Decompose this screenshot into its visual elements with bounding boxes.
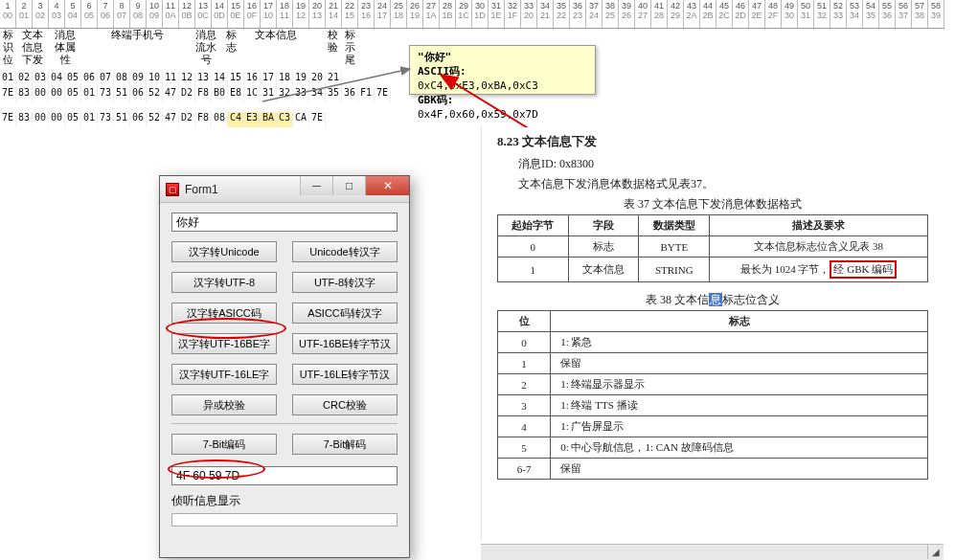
doc-msgid: 消息ID: 0x8300 [518, 156, 928, 172]
convert-button[interactable]: 异或校验 [171, 394, 277, 415]
doc-intro: 文本信息下发消息体数据格式见表37。 [518, 176, 928, 192]
table-header-cell: 标志 [551, 311, 928, 332]
ruler-col: 462D [733, 0, 749, 28]
field-label: 文本信息 [243, 29, 308, 41]
hex-byte-cell: 19 [293, 72, 309, 87]
convert-button[interactable]: 7-Bit编码 [171, 434, 277, 455]
ruler-col: 2417 [375, 0, 391, 28]
table-row: 6-7保留 [498, 459, 928, 480]
ruler-col: 100 [0, 0, 16, 28]
field-label: 标 识 位 [0, 29, 16, 66]
hex-byte-cell: 47 [163, 112, 179, 127]
encoding-button-grid: 7-Bit编码7-Bit解码 [171, 434, 398, 455]
listen-label: 侦听信息显示 [171, 493, 398, 509]
table-cell: 文本信息标志位含义见表 38 [710, 236, 928, 258]
hex-byte-cell: 52 [147, 112, 163, 127]
table-cell: 1: 广告屏显示 [551, 416, 928, 437]
ruler-col: 3421 [537, 0, 554, 28]
hex-byte-cell: 00 [49, 112, 65, 127]
ruler-col: 5132 [814, 0, 830, 28]
ruler-col: 3825 [603, 0, 619, 28]
ruler-col: 5233 [830, 0, 847, 28]
convert-button[interactable]: UTF-16BE转字节汉 [292, 333, 398, 354]
hex-byte-cell: 01 [81, 87, 98, 102]
hex-byte-cell: F8 [195, 87, 212, 102]
hex-byte-cell: 51 [114, 87, 130, 102]
convert-button[interactable]: 汉字转UTF-16LE字 [171, 364, 277, 385]
table-header-cell: 数据类型 [639, 215, 710, 236]
hex-byte-cell: 47 [163, 87, 179, 102]
hex-byte-cell: 05 [65, 72, 81, 87]
hex-byte-cell: 11 [163, 72, 179, 87]
hex-byte-cell: 7E [309, 112, 326, 127]
ruler-col: 302 [33, 0, 49, 28]
ruler-col: 3522 [554, 0, 570, 28]
ruler-col: 5031 [798, 0, 814, 28]
hex-byte-cell: 73 [98, 112, 114, 127]
hex-byte-cell: 04 [49, 72, 65, 87]
table-cell: 5 [498, 437, 551, 459]
convert-button[interactable]: 汉字转UTF-16BE字 [171, 333, 277, 354]
table-header-cell: 起始字节 [498, 215, 569, 236]
ruler-col: 5839 [928, 0, 944, 28]
ruler-col: 4930 [782, 0, 798, 28]
hex-byte-cell: 00 [33, 87, 49, 102]
convert-button[interactable]: ASICC码转汉字 [292, 302, 398, 324]
result-output[interactable] [171, 466, 398, 485]
hex-byte-cell: 20 [309, 72, 326, 87]
hex-byte-cell: D2 [179, 112, 195, 127]
minimize-button[interactable]: ─ [300, 176, 332, 195]
ruler-col: 4027 [635, 0, 651, 28]
window-titlebar[interactable]: ▢ Form1 ─ □ ✕ [160, 176, 409, 203]
ruler-col: 2013 [309, 0, 326, 28]
field-label: 消息 流水 号 [190, 29, 222, 66]
convert-button[interactable]: CRC校验 [292, 394, 398, 415]
tooltip-ascii-label: ASCII码: [418, 65, 466, 78]
table-37: 起始字节字段数据类型描述及要求0标志BYTE文本信息标志位含义见表 381文本信… [497, 214, 928, 282]
table-row: 50: 中心导航信息，1: CAN 故障码信息 [498, 437, 928, 459]
ruler-col: 452C [716, 0, 733, 28]
ruler-col: 201 [16, 0, 33, 28]
close-button[interactable]: ✕ [365, 176, 409, 195]
convert-button[interactable]: UTF-8转汉字 [292, 272, 398, 293]
convert-button[interactable]: UTF-16LE转字节汉 [292, 364, 398, 385]
tooltip-title: "你好" [418, 51, 451, 63]
hex-byte-cell: E8 [228, 87, 244, 102]
ruler-col: 3320 [521, 0, 537, 28]
source-text-input[interactable] [171, 213, 398, 232]
ruler-col: 5637 [896, 0, 912, 28]
table-row: 21: 终端显示器显示 [498, 374, 928, 395]
hex-byte-cell: 35 [326, 87, 342, 102]
ruler-col: 4229 [668, 0, 684, 28]
hex-byte-cell: 36 [342, 87, 358, 102]
resize-grip-icon[interactable]: ◢ [927, 545, 944, 559]
ruler-col: 2619 [407, 0, 423, 28]
hex-byte-cell: 01 [0, 72, 16, 87]
ruler-col: 150E [228, 0, 244, 28]
ruler-col: 2114 [326, 0, 342, 28]
field-label: 文本 信息 下发 [16, 29, 49, 66]
spec-document-panel: 8.23 文本信息下发 消息ID: 0x8300 文本信息下发消息体数据格式见表… [481, 127, 944, 539]
hex-byte-cell: 00 [49, 87, 65, 102]
convert-button[interactable]: 汉字转UTF-8 [171, 272, 277, 293]
hex-row-2: 7E83000005017351065247D2F808C4E3BAC3CA7E [0, 112, 326, 127]
convert-button[interactable]: Unicode转汉字 [292, 241, 398, 262]
table-cell: 1 [498, 258, 569, 282]
convert-button[interactable]: 7-Bit解码 [292, 434, 398, 455]
convert-button[interactable]: 汉字转Unicode [171, 241, 277, 262]
table-row: 1文本信息STRING最长为 1024 字节，经 GBK 编码 [498, 258, 928, 282]
doc-horizontal-scrollbar[interactable]: ◢ [481, 544, 944, 560]
convert-button[interactable]: 汉字转ASICC码 [171, 302, 277, 324]
hex-byte-cell: 03 [33, 72, 49, 87]
hex-byte-cell: 05 [65, 87, 81, 102]
ruler-col: 5738 [912, 0, 928, 28]
hex-byte-cell: 12 [179, 72, 195, 87]
hex-byte-cell: CA [293, 112, 309, 127]
maximize-button[interactable]: □ [332, 176, 365, 195]
table-38: 位标志01: 紧急1保留21: 终端显示器显示31: 终端 TTS 播读41: … [497, 310, 928, 480]
table-header-cell: 描述及要求 [710, 215, 928, 236]
ruler-col: 140D [212, 0, 228, 28]
table-cell: 3 [498, 395, 551, 416]
hex-byte-cell: 05 [65, 112, 81, 127]
hex-byte-cell: 21 [326, 72, 342, 87]
